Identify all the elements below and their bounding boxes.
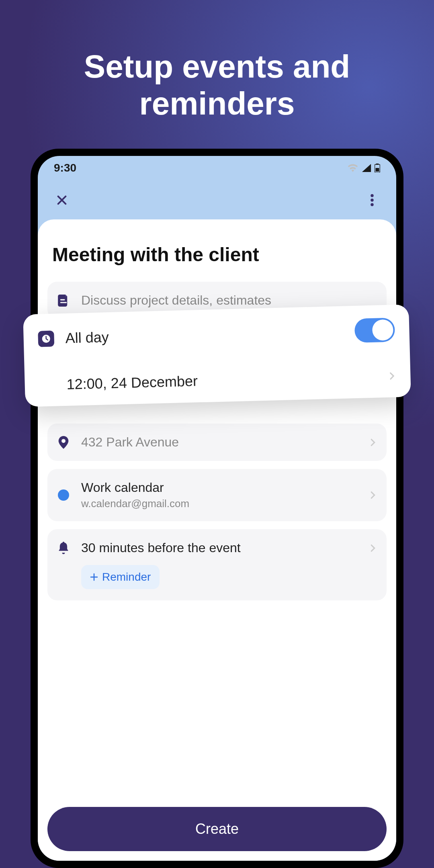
close-button[interactable] bbox=[50, 188, 74, 212]
add-reminder-label: Reminder bbox=[102, 571, 151, 583]
create-label: Create bbox=[195, 821, 239, 837]
screen: 9:30 Meeting with the client Discuss pro bbox=[38, 156, 396, 861]
add-reminder-button[interactable]: Reminder bbox=[81, 565, 160, 589]
status-time: 9:30 bbox=[54, 162, 76, 174]
note-icon bbox=[57, 294, 70, 307]
battery-icon bbox=[375, 164, 380, 172]
event-datetime[interactable]: 12:00, 24 December bbox=[66, 373, 198, 393]
chevron-right-icon bbox=[369, 544, 377, 552]
app-bar bbox=[38, 180, 396, 220]
location-row[interactable]: 432 Park Avenue bbox=[47, 424, 387, 461]
promo-title: Setup events and reminders bbox=[0, 0, 434, 122]
toggle-knob bbox=[372, 319, 393, 341]
close-icon bbox=[55, 194, 68, 207]
svg-point-8 bbox=[61, 439, 66, 443]
calendar-color-dot bbox=[57, 489, 70, 502]
wifi-icon bbox=[347, 164, 358, 172]
chevron-right-icon bbox=[369, 491, 377, 499]
create-button[interactable]: Create bbox=[47, 807, 387, 851]
description-placeholder: Discuss project details, estimates bbox=[81, 293, 377, 308]
datetime-card[interactable]: All day 12:00, 24 December bbox=[23, 304, 411, 407]
chevron-right-icon bbox=[369, 438, 377, 446]
svg-point-5 bbox=[371, 203, 374, 207]
status-bar: 9:30 bbox=[38, 156, 396, 180]
more-button[interactable] bbox=[360, 188, 384, 212]
svg-point-3 bbox=[371, 194, 374, 197]
status-icons bbox=[347, 164, 380, 172]
bell-icon bbox=[57, 542, 70, 555]
plus-icon bbox=[90, 573, 98, 581]
phone-frame: 9:30 Meeting with the client Discuss pro bbox=[31, 149, 403, 868]
calendar-name: Work calendar bbox=[81, 480, 358, 495]
chevron-right-icon bbox=[388, 372, 396, 380]
all-day-toggle[interactable] bbox=[354, 317, 395, 343]
location-pin-icon bbox=[57, 436, 70, 449]
more-vertical-icon bbox=[371, 194, 374, 206]
reminder-text: 30 minutes before the event bbox=[81, 540, 358, 555]
signal-icon bbox=[362, 164, 371, 172]
svg-rect-6 bbox=[60, 299, 65, 300]
clock-icon bbox=[38, 331, 54, 347]
event-title-input[interactable]: Meeting with the client bbox=[47, 244, 387, 282]
all-day-label: All day bbox=[65, 323, 344, 347]
svg-rect-2 bbox=[376, 168, 379, 172]
svg-rect-7 bbox=[60, 302, 67, 303]
calendar-email: w.calendar@gmail.com bbox=[81, 497, 358, 510]
reminder-section: 30 minutes before the event Reminder bbox=[47, 529, 387, 600]
location-text: 432 Park Avenue bbox=[81, 435, 358, 450]
svg-point-4 bbox=[371, 199, 374, 202]
reminder-row[interactable]: 30 minutes before the event bbox=[57, 540, 377, 555]
calendar-row[interactable]: Work calendar w.calendar@gmail.com bbox=[47, 469, 387, 521]
